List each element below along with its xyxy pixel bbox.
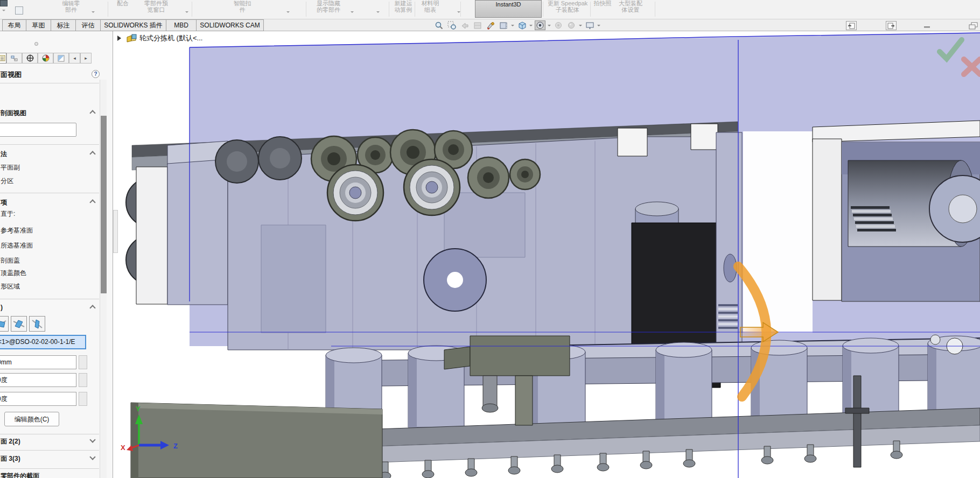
checkbox-section-cap[interactable]: 剖面盖	[1, 256, 89, 265]
collapse-chevron-icon[interactable]	[89, 110, 95, 116]
offset-distance-field[interactable]: 0mm	[0, 355, 76, 369]
section-by-component-label[interactable]: 零部件的截面	[1, 472, 89, 478]
expand-chevron-icon[interactable]	[89, 437, 95, 442]
help-icon[interactable]: ?	[92, 70, 100, 78]
dropdown-caret[interactable]	[511, 25, 514, 28]
ribbon-separator	[108, 2, 108, 17]
rotation-y-spinner[interactable]	[79, 392, 87, 406]
edit-color-button[interactable]: 编辑颜色(C)	[4, 412, 59, 426]
panel-scrollbar[interactable]	[100, 80, 107, 478]
collapse-chevron-icon[interactable]	[89, 199, 95, 205]
display-style-icon[interactable]	[535, 20, 545, 30]
options-group-header[interactable]: 项	[1, 198, 87, 207]
new-motion-study-button[interactable]: 新建运 动算例	[390, 0, 417, 18]
radio-zonal-option[interactable]: 分区	[1, 177, 89, 186]
zoom-to-area-icon[interactable]	[446, 20, 457, 30]
section1-group-header[interactable]: )	[1, 304, 87, 311]
section-view-tool-icon[interactable]	[472, 20, 483, 30]
tab-sketch[interactable]: 草图	[26, 19, 51, 31]
panel-scrollbar-thumb[interactable]	[101, 116, 107, 293]
appearance-ball-icon[interactable]	[566, 20, 577, 30]
view-settings-icon[interactable]	[584, 20, 595, 30]
checkbox-cap-color[interactable]: 顶盖颜色	[1, 269, 89, 278]
dropdown-caret[interactable]	[92, 11, 95, 15]
graphics-viewport[interactable]: X Y Z 轮式分拣机 (默认<...	[113, 31, 980, 478]
dropdown-caret[interactable]	[185, 11, 188, 15]
solidworks-window: { "ribbon": { "commands": [ {"line1":"编辑…	[0, 0, 980, 478]
tab-markup[interactable]: 标注	[51, 19, 76, 31]
tree-expand-arrow-icon[interactable]	[117, 36, 124, 41]
tab-display-manager[interactable]	[38, 53, 53, 64]
offset-spinner[interactable]	[79, 355, 87, 369]
previous-document-button[interactable]	[846, 21, 857, 30]
face2-group-header[interactable]: 面 2(2)	[1, 437, 87, 446]
dropdown-caret[interactable]	[376, 11, 380, 15]
radio-planar-option[interactable]: 平面副	[1, 163, 89, 172]
previous-view-icon[interactable]	[459, 20, 470, 30]
panel-tab-scroll-left[interactable]: ◂	[69, 53, 80, 64]
restore-button[interactable]	[967, 21, 980, 30]
face3-group-header[interactable]: 面 3(3)	[1, 454, 87, 463]
rotation-x-spinner[interactable]	[79, 373, 87, 387]
hide-show-items-icon[interactable]	[553, 20, 564, 30]
edit-component-button[interactable]: 编辑零 部件	[52, 0, 90, 18]
collapse-chevron-icon[interactable]	[89, 151, 95, 157]
pane-splitter-handle[interactable]	[113, 210, 118, 253]
instant3d-toggle[interactable]: Instant3D	[475, 0, 542, 18]
show-hidden-components-button[interactable]: 显示隐藏 的零部件	[308, 0, 349, 18]
dropdown-caret[interactable]	[2, 10, 5, 13]
dropdown-caret[interactable]	[286, 11, 290, 15]
radio-reference-plane[interactable]: 参考基准面	[1, 226, 89, 235]
tab-feature-manager[interactable]	[0, 53, 6, 64]
update-speedpak-button[interactable]: 更新 Speedpak 子装配体	[544, 0, 591, 18]
tab-solidworks-cam[interactable]: SOLIDWORKS CAM	[196, 19, 264, 31]
minimize-button[interactable]	[922, 21, 933, 30]
plane-xy-button[interactable]	[0, 316, 9, 332]
smart-fasteners-button[interactable]: 智能扣 件	[223, 0, 262, 18]
tab-mbd[interactable]: MBD	[166, 19, 197, 31]
tab-layout[interactable]: 布局	[2, 19, 26, 31]
rotation-y-field[interactable]: 0度	[0, 392, 76, 406]
section-view-name-input[interactable]	[0, 123, 76, 137]
rotation-x-field[interactable]: 0度	[0, 373, 76, 387]
bill-of-materials-button[interactable]: 材料明 细表	[417, 0, 444, 18]
tab-evaluate[interactable]: 评估	[75, 19, 101, 31]
mate-button[interactable]: 配合	[111, 0, 135, 18]
cancel-x-icon[interactable]	[964, 59, 980, 74]
reference-entity-field[interactable]: <1>@DSO-02-02-00-1-1/E	[0, 335, 86, 349]
assembly-tree-item[interactable]: 轮式分拣机 (默认<...	[139, 33, 202, 43]
take-snapshot-button[interactable]: 拍快照	[592, 0, 613, 18]
section-view-group-header[interactable]: 剖面视图	[1, 109, 87, 118]
tab-property-manager[interactable]	[6, 53, 22, 64]
tab-dimxpert-manager[interactable]	[53, 53, 69, 64]
dropdown-caret[interactable]	[351, 11, 354, 15]
viewport-3d-canvas[interactable]: X Y Z	[113, 31, 980, 478]
assembly-model[interactable]	[126, 121, 980, 478]
zoom-to-fit-icon[interactable]	[433, 20, 444, 30]
panel-splitter-handle[interactable]	[34, 42, 38, 46]
ok-check-icon[interactable]	[940, 40, 962, 59]
dropdown-caret[interactable]	[529, 25, 533, 28]
edit-appearance-icon[interactable]	[485, 20, 496, 30]
ribbon-separator	[543, 2, 543, 17]
plane-yz-button[interactable]	[11, 316, 27, 332]
component-preview-window-button[interactable]: 零部件预 览窗口	[134, 0, 179, 18]
checkbox-graphics-area[interactable]: 形区域	[1, 282, 89, 291]
dropdown-caret[interactable]	[548, 25, 551, 28]
tab-configuration-manager[interactable]	[22, 53, 38, 64]
next-document-button[interactable]	[886, 21, 897, 30]
dropdown-caret[interactable]	[579, 25, 582, 28]
apply-scene-icon[interactable]	[498, 20, 509, 30]
radio-selected-plane[interactable]: 所选基准面	[1, 241, 89, 250]
large-assembly-settings-button[interactable]: 大型装配 体设置	[614, 0, 647, 18]
collapse-chevron-icon[interactable]	[89, 305, 95, 311]
tree-display-icon[interactable]	[15, 6, 23, 15]
plane-zx-button[interactable]	[29, 316, 45, 332]
partial-toolbar-icon[interactable]	[0, 0, 8, 6]
dropdown-caret[interactable]	[597, 25, 600, 28]
expand-chevron-icon[interactable]	[89, 454, 95, 460]
tab-solidworks-addins[interactable]: SOLIDWORKS 插件	[100, 19, 166, 31]
panel-tab-scroll-right[interactable]: ▸	[80, 53, 92, 64]
section-method-group-header[interactable]: 法	[1, 150, 87, 159]
view-orientation-icon[interactable]	[516, 20, 527, 30]
